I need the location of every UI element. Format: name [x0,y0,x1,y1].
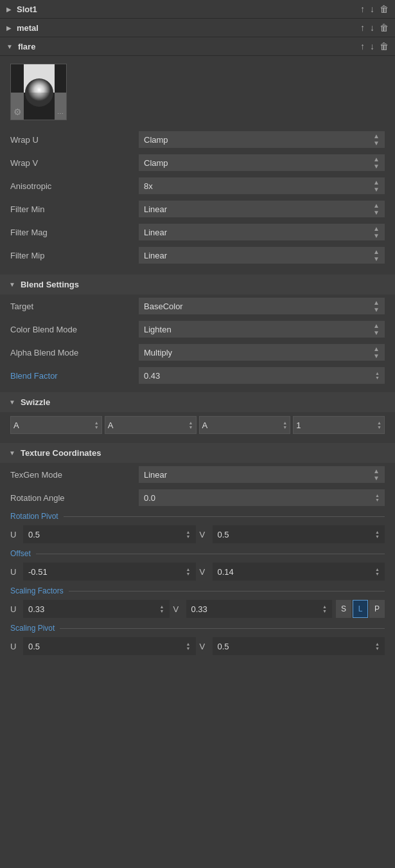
filter-min-select[interactable]: Linear ▲▼ [139,201,385,217]
anisotropic-arrows: ▲▼ [373,179,380,193]
flare-down-icon[interactable]: ↓ [370,41,374,51]
target-select[interactable]: BaseColor ▲▼ [139,298,385,314]
swizzle-header[interactable]: ▼ Swizzle [0,392,395,412]
pivot-uv-row: U 0.5 ▲▼ V 0.5 ▲▼ [0,522,395,547]
blend-factor-value[interactable]: 0.43 ▲▼ [139,367,385,384]
blend-settings-header[interactable]: ▼ Blend Settings [0,275,395,294]
anisotropic-label: Anisotropic [10,181,139,191]
texture-coords-chevron[interactable]: ▼ [9,449,15,457]
swizzle-a2-select[interactable]: A ▲▼ [105,416,197,434]
scale-u-input[interactable]: 0.33 ▲▼ [23,600,170,618]
pivot-u-label: U [10,530,19,539]
slot1-chevron[interactable]: ▶ [6,6,12,13]
color-blend-select[interactable]: Lighten ▲▼ [139,321,385,338]
scaling-mode-buttons: S L P [336,600,385,618]
scale-v-arrows: ▲▼ [322,604,327,613]
blend-settings-chevron[interactable]: ▼ [9,281,15,288]
offset-v-input[interactable]: 0.14 ▲▼ [213,563,385,581]
rotation-row: Rotation Angle 0.0 ▲▼ [0,486,395,509]
texture-coords-header[interactable]: ▼ Texture Coordinates [0,443,395,463]
scale-l-button[interactable]: L [353,600,368,618]
flare-chevron[interactable]: ▼ [6,43,13,50]
swizzle-chevron[interactable]: ▼ [9,399,15,406]
filter-mag-label: Filter Mag [10,228,139,237]
offset-uv-row: U -0.51 ▲▼ V 0.14 ▲▼ [0,559,395,584]
pivot-u-input[interactable]: 0.5 ▲▼ [23,525,196,543]
flare-row[interactable]: ▼ flare ↑ ↓ 🗑 [0,37,395,56]
target-value[interactable]: BaseColor ▲▼ [139,298,385,314]
rotation-pivot-label: Rotation Pivot [0,509,395,522]
texture-coords-title: Texture Coordinates [21,448,101,458]
texgen-value[interactable]: Linear ▲▼ [139,466,385,483]
blend-factor-label: Blend Factor [10,371,139,381]
sc-pivot-u-label: U [10,642,19,651]
alpha-blend-value[interactable]: Multiply ▲▼ [139,344,385,361]
alpha-blend-label: Alpha Blend Mode [10,348,139,357]
wrap-u-row: Wrap U Clamp ▲▼ [0,128,395,151]
sc-pivot-v-input[interactable]: 0.5 ▲▼ [213,637,385,655]
pivot-v-input[interactable]: 0.5 ▲▼ [213,525,385,543]
wrap-u-value[interactable]: Clamp ▲▼ [139,131,385,148]
metal-up-icon[interactable]: ↑ [360,23,365,33]
wrap-v-select[interactable]: Clamp ▲▼ [139,154,385,171]
slot1-row[interactable]: ▶ Slot1 ↑ ↓ 🗑 [0,0,395,19]
anisotropic-value[interactable]: 8x ▲▼ [139,177,385,194]
swizzle-title: Swizzle [21,397,50,407]
swizzle-a3-select[interactable]: A ▲▼ [199,416,291,434]
rotation-label: Rotation Angle [10,493,139,503]
flare-delete-icon[interactable]: 🗑 [380,41,389,51]
swizzle-a1-select[interactable]: A ▲▼ [10,416,102,434]
slot1-actions: ↑ ↓ 🗑 [360,4,389,14]
thumbnail-more-icon: ⋯ [57,110,64,117]
rotation-value[interactable]: 0.0 ▲▼ [139,489,385,506]
metal-down-icon[interactable]: ↓ [370,23,374,33]
wrap-v-value[interactable]: Clamp ▲▼ [139,154,385,171]
filter-mip-value[interactable]: Linear ▲▼ [139,247,385,264]
offset-u-label: U [10,567,19,577]
alpha-blend-select[interactable]: Multiply ▲▼ [139,344,385,361]
color-blend-value[interactable]: Lighten ▲▼ [139,321,385,338]
sc-pivot-u-input[interactable]: 0.5 ▲▼ [23,637,196,655]
slot1-delete-icon[interactable]: 🗑 [380,4,389,14]
offset-u-input[interactable]: -0.51 ▲▼ [23,563,196,581]
slot1-label: Slot1 [17,5,360,14]
scaling-label: Scaling Factors [0,584,395,597]
rotation-input[interactable]: 0.0 ▲▼ [139,489,385,506]
slot1-down-icon[interactable]: ↓ [370,4,374,14]
texgen-row: TexGen Mode Linear ▲▼ [0,463,395,486]
slot1-up-icon[interactable]: ↑ [360,4,365,14]
offset-v-label: V [200,567,209,577]
filter-mip-row: Filter Mip Linear ▲▼ [0,244,395,267]
rotation-arrows: ▲▼ [375,493,380,502]
wrap-u-arrows: ▲▼ [373,132,380,147]
texture-thumbnail[interactable]: ⚙ ⋯ [10,64,67,120]
filter-mag-select[interactable]: Linear ▲▼ [139,224,385,240]
sc-pivot-v-arrows: ▲▼ [375,642,380,651]
wrap-v-label: Wrap V [10,158,139,168]
scale-s-button[interactable]: S [336,600,351,618]
thumbnail-settings-icon: ⚙ [13,107,22,117]
offset-label: Offset [0,547,395,559]
flare-up-icon[interactable]: ↑ [360,41,365,51]
filter-mip-select[interactable]: Linear ▲▼ [139,247,385,264]
scale-p-button[interactable]: P [369,600,385,618]
scale-u-arrows: ▲▼ [160,604,164,613]
thumbnail-section: ⚙ ⋯ [0,56,395,128]
filter-mag-value[interactable]: Linear ▲▼ [139,224,385,240]
swizzle-one-select[interactable]: 1 ▲▼ [293,416,385,434]
pivot-v-arrows: ▲▼ [375,530,380,539]
metal-chevron[interactable]: ▶ [6,24,12,32]
scaling-row: U 0.33 ▲▼ V 0.33 ▲▼ S L P [0,597,395,621]
swizzle-a1-arrows: ▲▼ [94,420,99,429]
filter-mag-arrows: ▲▼ [373,225,380,239]
filter-min-row: Filter Min Linear ▲▼ [0,197,395,221]
swizzle-a3-arrows: ▲▼ [283,420,287,429]
blend-factor-input[interactable]: 0.43 ▲▼ [139,367,385,384]
scale-v-input[interactable]: 0.33 ▲▼ [186,600,333,618]
texgen-select[interactable]: Linear ▲▼ [139,466,385,483]
wrap-u-select[interactable]: Clamp ▲▼ [139,131,385,148]
anisotropic-select[interactable]: 8x ▲▼ [139,177,385,194]
metal-row[interactable]: ▶ metal ↑ ↓ 🗑 [0,19,395,37]
filter-min-value[interactable]: Linear ▲▼ [139,201,385,217]
metal-delete-icon[interactable]: 🗑 [380,23,389,33]
